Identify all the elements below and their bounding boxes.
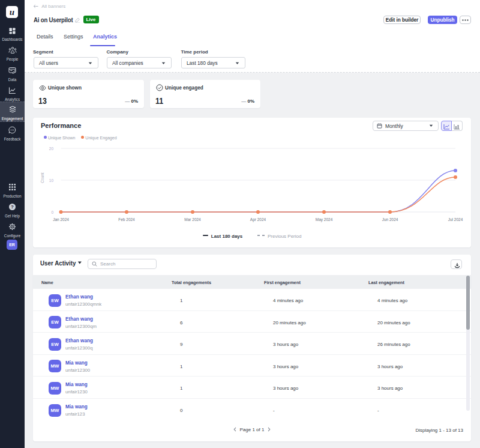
svg-text:Jul 2024: Jul 2024	[448, 217, 463, 222]
svg-text:Count: Count	[40, 172, 44, 183]
svg-text:Apr 2024: Apr 2024	[250, 217, 266, 222]
svg-text:Mar 2024: Mar 2024	[184, 217, 201, 222]
svg-text:May 2024: May 2024	[316, 217, 333, 222]
svg-text:0: 0	[51, 210, 53, 214]
svg-text:20: 20	[49, 147, 54, 151]
svg-text:Feb 2024: Feb 2024	[118, 217, 135, 222]
svg-text:10: 10	[49, 178, 54, 183]
svg-text:Jun 2024: Jun 2024	[382, 217, 398, 222]
svg-text:Jan 2024: Jan 2024	[53, 217, 69, 222]
svg-text:?: ?	[11, 204, 14, 210]
